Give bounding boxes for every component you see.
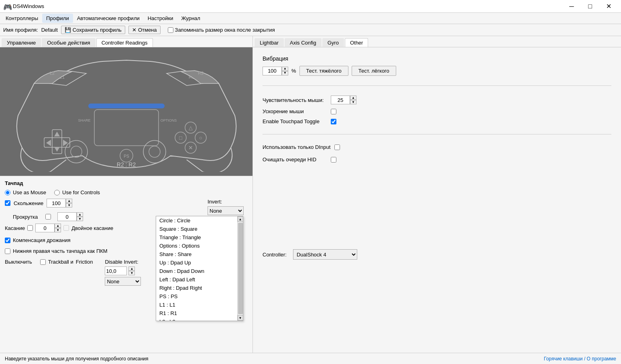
disable-invert-down-btn[interactable]: ▼ bbox=[128, 271, 135, 275]
hid-label: Очищать очереди HID bbox=[263, 157, 327, 163]
remember-size-checkbox[interactable] bbox=[168, 27, 173, 33]
minimize-button[interactable]: ─ bbox=[562, 0, 581, 13]
cancel-button[interactable]: ✕ Отмена bbox=[128, 26, 161, 34]
scroll-down-arrow[interactable]: ▼ bbox=[238, 315, 243, 321]
status-bar: Наведите указатель мыши для получения по… bbox=[0, 353, 621, 364]
tab-other[interactable]: Other bbox=[345, 38, 369, 47]
svg-text:SHARE: SHARE bbox=[78, 118, 90, 122]
tab-axis-config[interactable]: Axis Config bbox=[285, 38, 322, 47]
kasanie-checkbox[interactable] bbox=[27, 225, 33, 231]
dropdown-item-left[interactable]: Left : Dpad Left bbox=[156, 275, 237, 284]
scroll-input[interactable] bbox=[47, 199, 66, 207]
trackball-checkbox[interactable] bbox=[40, 259, 46, 265]
status-hint: Наведите указатель мыши для получения по… bbox=[5, 356, 149, 362]
save-icon: 💾 bbox=[65, 27, 71, 33]
maximize-button[interactable]: □ bbox=[581, 0, 599, 13]
disable-invert-input[interactable] bbox=[105, 266, 127, 275]
r2-label: R2 : R2 bbox=[117, 161, 136, 168]
use-for-controls-radio[interactable] bbox=[54, 190, 60, 195]
mouse-sensitivity-down-btn[interactable]: ▼ bbox=[350, 100, 356, 104]
dropdown-item-ps[interactable]: PS : PS bbox=[156, 292, 237, 301]
vibration-spinner: ▲ ▼ bbox=[282, 67, 288, 75]
dropdown-item-down[interactable]: Down : Dpad Down bbox=[156, 267, 237, 275]
vibration-input[interactable] bbox=[263, 67, 282, 75]
test-light-button[interactable]: Тест. лёгкого bbox=[352, 66, 396, 76]
menu-item-controllers[interactable]: Контроллеры bbox=[2, 14, 42, 23]
scroll-up-btn[interactable]: ▲ bbox=[66, 199, 72, 203]
menu-item-profiles[interactable]: Профили bbox=[42, 14, 73, 23]
dropdown-item-options[interactable]: Options : Options bbox=[156, 242, 237, 250]
hid-checkbox[interactable] bbox=[331, 157, 336, 163]
window-controls: ─ □ ✕ bbox=[562, 0, 618, 13]
mouse-accel-checkbox[interactable] bbox=[331, 109, 336, 114]
app-title: DS4Windows bbox=[13, 3, 44, 9]
save-profile-button[interactable]: 💾 Сохранить профиль bbox=[61, 26, 125, 34]
invert-select[interactable]: None X Y XY bbox=[208, 206, 244, 215]
left-panel: Управление Особые действия Controller Re… bbox=[0, 36, 253, 353]
dinput-checkbox[interactable] bbox=[334, 144, 340, 150]
nizhnyaya-checkbox[interactable] bbox=[5, 248, 10, 254]
double-touch-checkbox[interactable] bbox=[63, 225, 69, 231]
close-button[interactable]: ✕ bbox=[599, 0, 618, 13]
prokrutka-checkbox[interactable] bbox=[45, 214, 51, 220]
menu-item-settings[interactable]: Настройки bbox=[144, 14, 177, 23]
nizhnyaya-label: Нижняя правая часть тачпада как ПКМ bbox=[13, 248, 108, 254]
scroll-up-arrow[interactable]: ▲ bbox=[238, 216, 243, 222]
svg-point-15 bbox=[71, 146, 82, 157]
kasanie-up-btn[interactable]: ▲ bbox=[55, 224, 61, 228]
disable-invert-input-row: ▲ ▼ bbox=[105, 266, 141, 275]
kompensacia-checkbox[interactable] bbox=[5, 238, 10, 243]
controller-select[interactable]: DualShock 4 DualShock 3 Generic bbox=[293, 249, 357, 260]
svg-point-14 bbox=[65, 140, 88, 163]
touchpad-toggle-checkbox[interactable] bbox=[331, 119, 336, 124]
kasanie-down-btn[interactable]: ▼ bbox=[55, 228, 61, 232]
dropdown-item-triangle[interactable]: Triangle : Triangle bbox=[156, 233, 237, 242]
kasanie-spinner: ▲ ▼ bbox=[55, 224, 61, 232]
kasanie-input[interactable] bbox=[35, 224, 55, 232]
svg-marker-11 bbox=[54, 147, 60, 152]
disable-invert-section: Disable Invert: ▲ ▼ None bbox=[105, 259, 141, 286]
prokrutka-input[interactable] bbox=[57, 212, 77, 221]
vibration-up-btn[interactable]: ▲ bbox=[282, 67, 288, 71]
dropdown-item-share[interactable]: Share : Share bbox=[156, 250, 237, 258]
scroll-checkbox[interactable] bbox=[5, 200, 10, 206]
dropdown-item-up[interactable]: Up : Dpad Up bbox=[156, 258, 237, 267]
disable-invert-up-btn[interactable]: ▲ bbox=[128, 266, 135, 271]
tab-control[interactable]: Управление bbox=[2, 38, 41, 47]
menu-item-auto-profiles[interactable]: Автоматические профили bbox=[73, 14, 144, 23]
dinput-row: Использовать только DInput bbox=[263, 144, 611, 150]
prokrutka-spinner: ▲ ▼ bbox=[77, 212, 83, 221]
vibration-down-btn[interactable]: ▼ bbox=[282, 71, 288, 75]
use-as-mouse-radio-group: Use as Mouse bbox=[5, 189, 46, 195]
nizhnyaya-row: Нижняя правая часть тачпада как ПКМ bbox=[5, 248, 113, 254]
mouse-sensitivity-up-btn[interactable]: ▲ bbox=[350, 96, 356, 100]
dropdown-item-square[interactable]: Square : Square bbox=[156, 225, 237, 233]
dropdown-item-r1[interactable]: R1 : R1 bbox=[156, 309, 237, 317]
menu-item-log[interactable]: Журнал bbox=[177, 14, 204, 23]
tab-lightbar[interactable]: Lightbar bbox=[255, 38, 284, 47]
test-heavy-button[interactable]: Тест. тяжёлого bbox=[299, 66, 348, 76]
tab-gyro[interactable]: Gyro bbox=[322, 38, 344, 47]
vibration-input-group: ▲ ▼ bbox=[263, 67, 288, 75]
disable-invert-select[interactable]: None bbox=[105, 277, 141, 286]
use-for-controls-radio-group: Use for Controls bbox=[54, 189, 100, 195]
dropdown-item-circle[interactable]: Circle : Circle bbox=[156, 216, 237, 225]
scroll-spinner: ▲ ▼ bbox=[66, 199, 72, 207]
right-panel-content: Вибрация ▲ ▼ % Тест. тяжёлого Тест. лёгк… bbox=[253, 47, 621, 268]
kasanie-input-group: ▲ ▼ bbox=[35, 224, 61, 232]
svg-point-17 bbox=[149, 146, 160, 157]
use-as-mouse-radio[interactable] bbox=[5, 190, 10, 195]
mouse-sensitivity-spinner: ▲ ▼ bbox=[350, 96, 356, 104]
prokrutka-down-btn[interactable]: ▼ bbox=[77, 217, 83, 221]
mouse-sensitivity-input[interactable] bbox=[331, 96, 350, 104]
tab-controller-readings[interactable]: Controller Readings bbox=[96, 38, 153, 47]
separator-2 bbox=[263, 134, 611, 134]
dropdown-item-right[interactable]: Right : Dpad Right bbox=[156, 284, 237, 292]
remember-size-checkbox-row: Запоминать размер окна после закрытия bbox=[168, 27, 275, 33]
scroll-down-btn[interactable]: ▼ bbox=[66, 203, 72, 207]
hotkey-link[interactable]: Горячие клавиши / О программе bbox=[544, 356, 616, 362]
prokrutka-up-btn[interactable]: ▲ bbox=[77, 212, 83, 217]
dropdown-item-l1[interactable]: L1 : L1 bbox=[156, 301, 237, 309]
dropdown-item-l2[interactable]: L2 : L2 bbox=[156, 317, 237, 321]
tab-special-actions[interactable]: Особые действия bbox=[42, 38, 95, 47]
